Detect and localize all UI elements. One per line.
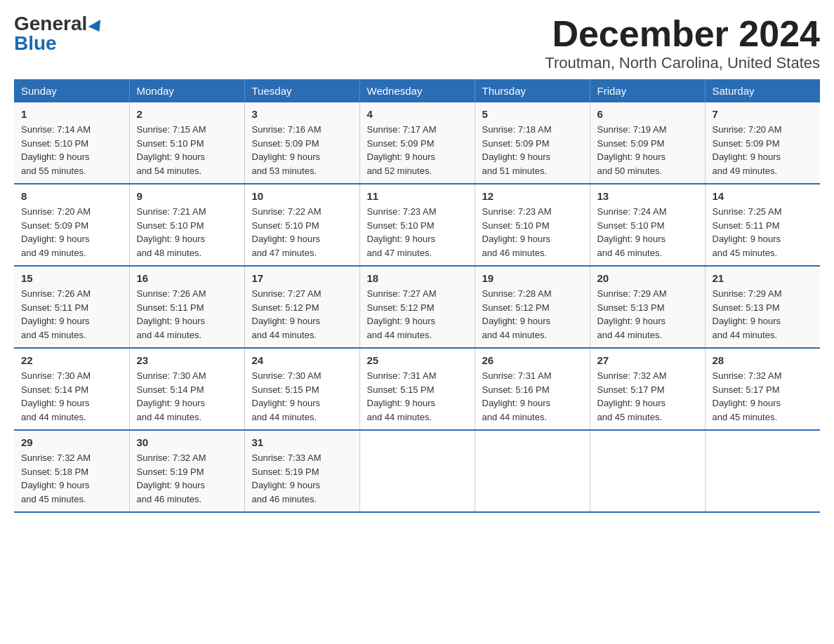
calendar-cell: 6 Sunrise: 7:19 AMSunset: 5:09 PMDayligh… xyxy=(590,102,705,184)
day-number: 18 xyxy=(367,272,468,284)
day-info: Sunrise: 7:32 AMSunset: 5:18 PMDaylight:… xyxy=(21,452,91,504)
day-info: Sunrise: 7:33 AMSunset: 5:19 PMDaylight:… xyxy=(252,452,322,504)
calendar-cell: 16 Sunrise: 7:26 AMSunset: 5:11 PMDaylig… xyxy=(129,266,244,348)
day-number: 12 xyxy=(482,190,583,202)
day-number: 26 xyxy=(482,354,583,366)
day-info: Sunrise: 7:19 AMSunset: 5:09 PMDaylight:… xyxy=(597,124,667,176)
calendar-cell: 3 Sunrise: 7:16 AMSunset: 5:09 PMDayligh… xyxy=(244,102,359,184)
day-info: Sunrise: 7:20 AMSunset: 5:09 PMDaylight:… xyxy=(713,124,782,176)
day-number: 29 xyxy=(21,436,122,448)
weekday-header-tuesday: Tuesday xyxy=(244,79,359,102)
calendar-week-3: 15 Sunrise: 7:26 AMSunset: 5:11 PMDaylig… xyxy=(14,266,820,348)
calendar-cell: 18 Sunrise: 7:27 AMSunset: 5:12 PMDaylig… xyxy=(359,266,475,348)
calendar-cell: 1 Sunrise: 7:14 AMSunset: 5:10 PMDayligh… xyxy=(14,102,129,184)
calendar-table: SundayMondayTuesdayWednesdayThursdayFrid… xyxy=(14,79,820,513)
day-number: 10 xyxy=(252,190,352,202)
day-info: Sunrise: 7:15 AMSunset: 5:10 PMDaylight:… xyxy=(137,124,206,176)
day-number: 4 xyxy=(367,108,468,120)
day-number: 1 xyxy=(21,108,122,120)
page-header: General Blue December 2024 Troutman, Nor… xyxy=(14,14,820,72)
calendar-cell xyxy=(475,430,590,512)
calendar-cell: 9 Sunrise: 7:21 AMSunset: 5:10 PMDayligh… xyxy=(129,184,244,266)
logo-blue-line: Blue xyxy=(14,34,57,53)
calendar-week-2: 8 Sunrise: 7:20 AMSunset: 5:09 PMDayligh… xyxy=(14,184,820,266)
day-info: Sunrise: 7:26 AMSunset: 5:11 PMDaylight:… xyxy=(137,288,206,340)
calendar-cell: 24 Sunrise: 7:30 AMSunset: 5:15 PMDaylig… xyxy=(244,348,359,430)
day-number: 19 xyxy=(482,272,583,284)
day-info: Sunrise: 7:22 AMSunset: 5:10 PMDaylight:… xyxy=(252,206,322,258)
calendar-body: 1 Sunrise: 7:14 AMSunset: 5:10 PMDayligh… xyxy=(14,102,820,512)
day-number: 25 xyxy=(367,354,468,366)
calendar-cell: 17 Sunrise: 7:27 AMSunset: 5:12 PMDaylig… xyxy=(244,266,359,348)
day-info: Sunrise: 7:30 AMSunset: 5:14 PMDaylight:… xyxy=(21,370,91,422)
calendar-cell: 13 Sunrise: 7:24 AMSunset: 5:10 PMDaylig… xyxy=(590,184,705,266)
day-info: Sunrise: 7:26 AMSunset: 5:11 PMDaylight:… xyxy=(21,288,91,340)
logo-blue-text: Blue xyxy=(14,32,57,54)
calendar-week-4: 22 Sunrise: 7:30 AMSunset: 5:14 PMDaylig… xyxy=(14,348,820,430)
day-info: Sunrise: 7:30 AMSunset: 5:14 PMDaylight:… xyxy=(137,370,206,422)
day-number: 21 xyxy=(713,272,814,284)
month-title: December 2024 xyxy=(545,14,820,54)
day-info: Sunrise: 7:14 AMSunset: 5:10 PMDaylight:… xyxy=(21,124,91,176)
calendar-cell: 26 Sunrise: 7:31 AMSunset: 5:16 PMDaylig… xyxy=(475,348,590,430)
title-area: December 2024 Troutman, North Carolina, … xyxy=(545,14,820,72)
day-info: Sunrise: 7:30 AMSunset: 5:15 PMDaylight:… xyxy=(252,370,322,422)
day-info: Sunrise: 7:24 AMSunset: 5:10 PMDaylight:… xyxy=(597,206,667,258)
weekday-header-wednesday: Wednesday xyxy=(359,79,475,102)
day-number: 14 xyxy=(713,190,814,202)
calendar-cell: 31 Sunrise: 7:33 AMSunset: 5:19 PMDaylig… xyxy=(244,430,359,512)
day-info: Sunrise: 7:16 AMSunset: 5:09 PMDaylight:… xyxy=(252,124,322,176)
calendar-cell: 23 Sunrise: 7:30 AMSunset: 5:14 PMDaylig… xyxy=(129,348,244,430)
day-info: Sunrise: 7:32 AMSunset: 5:19 PMDaylight:… xyxy=(137,452,206,504)
calendar-cell xyxy=(705,430,820,512)
day-number: 6 xyxy=(597,108,698,120)
day-info: Sunrise: 7:31 AMSunset: 5:16 PMDaylight:… xyxy=(482,370,552,422)
weekday-header-friday: Friday xyxy=(590,79,705,102)
day-number: 2 xyxy=(137,108,237,120)
location-title: Troutman, North Carolina, United States xyxy=(545,54,820,72)
calendar-cell: 4 Sunrise: 7:17 AMSunset: 5:09 PMDayligh… xyxy=(359,102,475,184)
day-info: Sunrise: 7:21 AMSunset: 5:10 PMDaylight:… xyxy=(137,206,206,258)
day-number: 24 xyxy=(252,354,352,366)
calendar-header: SundayMondayTuesdayWednesdayThursdayFrid… xyxy=(14,79,820,102)
calendar-cell: 21 Sunrise: 7:29 AMSunset: 5:13 PMDaylig… xyxy=(705,266,820,348)
day-number: 22 xyxy=(21,354,122,366)
logo: General Blue xyxy=(14,14,104,53)
day-info: Sunrise: 7:25 AMSunset: 5:11 PMDaylight:… xyxy=(713,206,782,258)
calendar-cell: 12 Sunrise: 7:23 AMSunset: 5:10 PMDaylig… xyxy=(475,184,590,266)
day-number: 16 xyxy=(137,272,237,284)
calendar-cell: 2 Sunrise: 7:15 AMSunset: 5:10 PMDayligh… xyxy=(129,102,244,184)
logo-general-text: General xyxy=(14,13,87,34)
calendar-cell: 8 Sunrise: 7:20 AMSunset: 5:09 PMDayligh… xyxy=(14,184,129,266)
day-number: 17 xyxy=(252,272,352,284)
day-info: Sunrise: 7:27 AMSunset: 5:12 PMDaylight:… xyxy=(367,288,437,340)
day-info: Sunrise: 7:32 AMSunset: 5:17 PMDaylight:… xyxy=(713,370,782,422)
day-number: 15 xyxy=(21,272,122,284)
calendar-cell: 19 Sunrise: 7:28 AMSunset: 5:12 PMDaylig… xyxy=(475,266,590,348)
weekday-header-row: SundayMondayTuesdayWednesdayThursdayFrid… xyxy=(14,79,820,102)
weekday-header-thursday: Thursday xyxy=(475,79,590,102)
calendar-cell: 15 Sunrise: 7:26 AMSunset: 5:11 PMDaylig… xyxy=(14,266,129,348)
day-number: 9 xyxy=(137,190,237,202)
calendar-cell xyxy=(590,430,705,512)
calendar-cell: 30 Sunrise: 7:32 AMSunset: 5:19 PMDaylig… xyxy=(129,430,244,512)
day-number: 27 xyxy=(597,354,698,366)
day-number: 28 xyxy=(713,354,814,366)
calendar-cell: 22 Sunrise: 7:30 AMSunset: 5:14 PMDaylig… xyxy=(14,348,129,430)
day-info: Sunrise: 7:17 AMSunset: 5:09 PMDaylight:… xyxy=(367,124,437,176)
calendar-cell: 28 Sunrise: 7:32 AMSunset: 5:17 PMDaylig… xyxy=(705,348,820,430)
logo-general-line: General xyxy=(14,14,104,34)
day-number: 23 xyxy=(137,354,237,366)
day-info: Sunrise: 7:23 AMSunset: 5:10 PMDaylight:… xyxy=(482,206,552,258)
calendar-cell: 7 Sunrise: 7:20 AMSunset: 5:09 PMDayligh… xyxy=(705,102,820,184)
day-info: Sunrise: 7:23 AMSunset: 5:10 PMDaylight:… xyxy=(367,206,437,258)
weekday-header-sunday: Sunday xyxy=(14,79,129,102)
calendar-cell: 25 Sunrise: 7:31 AMSunset: 5:15 PMDaylig… xyxy=(359,348,475,430)
day-number: 8 xyxy=(21,190,122,202)
calendar-cell: 27 Sunrise: 7:32 AMSunset: 5:17 PMDaylig… xyxy=(590,348,705,430)
day-info: Sunrise: 7:31 AMSunset: 5:15 PMDaylight:… xyxy=(367,370,437,422)
day-number: 13 xyxy=(597,190,698,202)
day-info: Sunrise: 7:29 AMSunset: 5:13 PMDaylight:… xyxy=(597,288,667,340)
calendar-cell: 29 Sunrise: 7:32 AMSunset: 5:18 PMDaylig… xyxy=(14,430,129,512)
calendar-cell: 20 Sunrise: 7:29 AMSunset: 5:13 PMDaylig… xyxy=(590,266,705,348)
